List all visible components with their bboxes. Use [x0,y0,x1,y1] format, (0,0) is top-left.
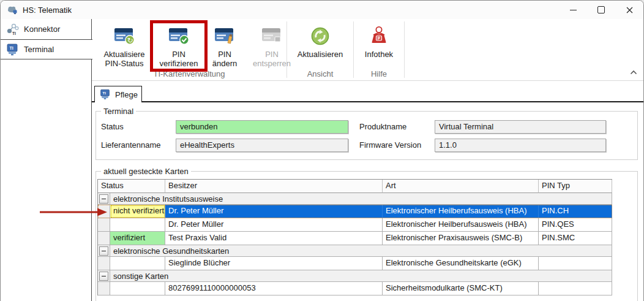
status-value-field: verbunden [176,120,348,134]
status-label: Status [101,122,124,131]
terminal-icon: TI [6,44,19,56]
aktualisieren-button[interactable]: Aktualisieren [290,21,350,59]
group-row-label: elektronische Gesundheitskarten [110,245,612,257]
row-indent-cell [98,232,110,245]
table-header-row: Status Besitzer Art PIN Typ [98,180,612,193]
table-row[interactable]: nicht verifiziert Dr. Peter Müller Elekt… [98,205,612,218]
infothek-icon: P [370,22,388,50]
pin-verifizieren-button[interactable]: PIN verifizieren [153,21,204,69]
ribbon-toolbar: ↻ Aktualisiere PIN-Status [92,19,643,81]
card-edit-icon [213,22,236,50]
svg-text:↻: ↻ [127,36,133,45]
row-indent-cell [98,282,110,295]
cards-groupbox: aktuell gesteckte Karten Status Besitzer… [95,171,638,301]
button-label: Aktualisieren [298,50,343,59]
column-header-pin-typ[interactable]: PIN Typ [539,180,612,193]
group-row-label: sonstige Karten [110,270,612,282]
ribbon-group-hilfe: P Infothek Hilfe [354,19,404,80]
maximize-icon [597,6,605,13]
button-label: entsperren [253,59,291,69]
table-group-row[interactable]: elektronische Gesundheitskarten [98,245,612,257]
button-label: PIN [218,50,231,59]
sidebar-item-konnektor[interactable]: TI Konnektor [1,19,91,39]
card-refresh-icon: ↻ [113,22,136,50]
status-cell [110,218,165,232]
art-cell: Elektronischer Praxisausweis (SMC-B) [383,232,539,245]
firmware-version-value-field: 1.1.0 [435,139,606,152]
row-indent-cell [98,218,110,232]
tab-pflege[interactable]: TI Pflege [94,86,142,102]
tab-label: Pflege [115,90,138,99]
table-row[interactable]: Sieglinde Blücher Elektronische Gesundhe… [98,257,612,270]
pin-typ-cell [539,257,612,270]
besitzer-cell: Test Praxis Valid [165,232,383,245]
close-icon [626,7,633,13]
card-unlock-icon-disabled [260,22,283,50]
collapse-icon[interactable] [99,272,108,281]
pin-typ-cell: PIN.CH [539,205,612,218]
produktname-label: Produktname [359,122,406,131]
besitzer-cell: Dr. Peter Müller [165,205,383,218]
group-row-label: elektronische Institutsausweise [110,193,612,205]
maximize-button[interactable] [587,1,615,19]
chevron-up-icon [630,70,637,75]
svg-text:TI: TI [10,45,13,50]
close-button[interactable] [615,1,643,19]
ribbon-group-label: Hilfe [354,69,404,78]
pin-typ-cell: PIN.SMC [539,232,612,245]
window-title: HS: Telematik [23,6,72,15]
cards-table: Status Besitzer Art PIN Typ elektronisch… [97,179,612,295]
svg-text:P: P [378,36,381,40]
sidebar-divider [91,19,92,301]
button-label: verifizieren [160,59,198,69]
button-label: PIN-Status [105,59,144,69]
art-cell: Elektronischer Heilberufsausweis (HBA) [383,205,539,218]
minimize-button[interactable] [559,1,587,19]
pin-typ-cell [539,282,612,295]
ribbon-collapse-button[interactable] [630,67,637,77]
lieferantenname-label: Lieferantenname [101,140,161,150]
card-verify-icon [167,22,190,50]
column-header-status[interactable]: Status [98,180,165,193]
sidebar-item-label: Terminal [24,45,54,54]
button-label: ändern [212,59,237,69]
button-label: PIN [172,50,185,59]
infothek-button[interactable]: P Infothek [357,21,401,59]
column-header-besitzer[interactable]: Besitzer [165,180,383,193]
table-group-row[interactable]: elektronische Institutsausweise [98,193,612,205]
ribbon-group-ansicht: Aktualisieren Ansicht [287,19,353,80]
column-header-art[interactable]: Art [383,180,539,193]
pin-typ-cell: PIN.QES [539,218,612,232]
konnektor-icon: TI [6,23,19,36]
app-window: HS: Telematik TI Konnektor TI Terminal [0,0,644,301]
table-group-row[interactable]: sonstige Karten [98,270,612,282]
firmware-version-label: Firmware Version [359,140,421,150]
title-bar: HS: Telematik [1,1,643,19]
pin-aendern-button[interactable]: PIN ändern [204,21,245,69]
collapse-icon[interactable] [99,194,108,204]
table-row[interactable]: 80276991110000000053 Sicherheitsmodulkar… [98,282,612,295]
app-icon [7,5,18,15]
table-row[interactable]: verifiziert Test Praxis Valid Elektronis… [98,232,612,245]
status-cell: nicht verifiziert [110,205,165,218]
groupbox-title: aktuell gesteckte Karten [101,167,191,176]
status-cell [110,282,165,295]
sidebar-item-label: Konnektor [24,25,60,34]
groupbox-title: Terminal [101,107,136,116]
terminal-groupbox: Terminal Status verbunden Lieferantennam… [95,111,638,160]
collapse-icon[interactable] [99,246,108,256]
lieferantenname-value-field: eHealthExperts [176,139,348,152]
aktualisiere-pin-status-button[interactable]: ↻ Aktualisiere PIN-Status [95,21,153,69]
row-indent-cell [98,205,110,218]
art-cell: Elektronischer Heilberufsausweis (HBA) [383,218,539,232]
ribbon-group-kartenverwaltung: ↻ Aktualisiere PIN-Status [92,19,286,80]
button-label: Aktualisiere [103,50,144,59]
besitzer-cell: 80276991110000000053 [165,282,383,295]
besitzer-cell: Dr. Peter Müller [165,218,383,232]
table-row[interactable]: Dr. Peter Müller Elektronischer Heilberu… [98,218,612,232]
terminal-icon: TI [99,89,111,100]
status-cell [110,257,165,270]
status-cell: verifiziert [110,232,165,245]
svg-text:TI: TI [103,91,107,95]
sidebar-item-terminal[interactable]: TI Terminal [1,39,92,59]
